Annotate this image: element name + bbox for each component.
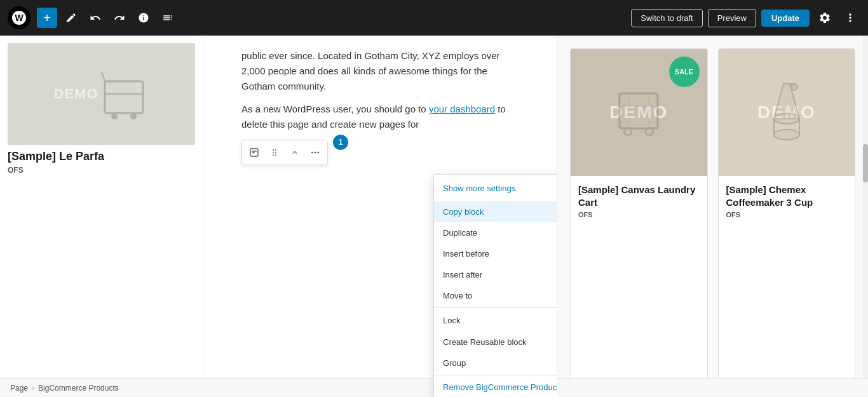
left-products-panel: DEMO [Sample] Le Parfa OFS <box>0 36 203 397</box>
left-product-image: DEMO <box>8 43 195 145</box>
copy-block-label: Copy block <box>443 207 484 217</box>
info-button[interactable] <box>133 8 154 28</box>
main-toolbar: W + Switch to draft Preview Update <box>0 0 868 36</box>
svg-point-16 <box>317 152 319 154</box>
group-label: Group <box>443 358 466 368</box>
editor-area: DEMO [Sample] Le Parfa OFS public ever s… <box>0 36 868 397</box>
svg-point-24 <box>774 114 799 124</box>
svg-point-1 <box>111 113 118 119</box>
context-menu: Show more settings Ctrl+Shift+, 2 Copy b… <box>433 174 557 397</box>
left-demo-watermark: DEMO <box>54 86 98 102</box>
outline-button[interactable] <box>158 8 178 28</box>
block-more-options-button[interactable] <box>306 143 325 162</box>
svg-point-8 <box>273 149 274 151</box>
breadcrumb-separator: › <box>32 384 34 393</box>
add-block-button[interactable]: + <box>37 8 57 28</box>
block-toolbar-wrapper: 1 <box>241 140 328 170</box>
right-products-panel: DEMO SALE [Sample] Canvas Laundry Cart O… <box>557 36 868 397</box>
toolbar-right: Switch to draft Preview Update <box>631 8 860 28</box>
svg-point-9 <box>275 149 276 151</box>
move-up-button[interactable] <box>285 143 304 162</box>
create-reusable-label: Create Reusable block <box>443 337 527 347</box>
switch-to-draft-button[interactable]: Switch to draft <box>631 9 702 27</box>
svg-point-25 <box>774 130 799 140</box>
menu-insert-before[interactable]: Insert before Ctrl+Alt+T <box>434 243 557 264</box>
menu-copy-block[interactable]: Copy block <box>434 201 557 222</box>
svg-point-14 <box>311 152 313 154</box>
svg-point-13 <box>275 154 276 156</box>
left-product-price: OFS <box>8 166 195 175</box>
svg-rect-0 <box>105 81 143 113</box>
svg-rect-7 <box>252 152 255 153</box>
show-more-settings-label[interactable]: Show more settings <box>443 184 515 193</box>
svg-point-15 <box>315 152 316 154</box>
lock-label: Lock <box>443 316 460 325</box>
scrollbar-track <box>863 36 868 397</box>
wp-logo-inner: W <box>12 11 26 25</box>
svg-point-12 <box>273 154 274 156</box>
product-card-1[interactable]: DEMO SALE [Sample] Canvas Laundry Cart O… <box>570 48 708 384</box>
menu-divider-2 <box>434 375 557 375</box>
svg-rect-17 <box>620 93 658 128</box>
settings-gear-button[interactable] <box>815 8 835 28</box>
sale-badge: SALE <box>669 57 700 87</box>
product-info-1: [Sample] Canvas Laundry Cart OFS <box>571 176 707 226</box>
menu-divider-1 <box>434 307 557 308</box>
block-type-button[interactable] <box>245 143 264 162</box>
menu-move-to[interactable]: Move to <box>434 285 557 306</box>
svg-line-4 <box>102 72 105 81</box>
insert-before-label: Insert before <box>443 249 489 259</box>
svg-point-11 <box>275 152 276 153</box>
scrollbar-thumb[interactable] <box>863 144 868 182</box>
menu-show-more-settings[interactable]: Show more settings Ctrl+Shift+, 2 <box>434 175 557 201</box>
toolbar-left: W + <box>8 6 178 29</box>
menu-remove[interactable]: Remove BigCommerce Products Shift+Alt+Z <box>434 377 557 397</box>
product-name-1: [Sample] Canvas Laundry Cart <box>578 184 700 208</box>
product-price-2: OFS <box>726 211 848 219</box>
svg-point-2 <box>130 113 137 119</box>
left-product-name: [Sample] Le Parfa <box>8 150 195 163</box>
product-name-2: [Sample] Chemex Coffeemaker 3 Cup <box>726 184 848 208</box>
dashboard-link[interactable]: your dashboard <box>429 104 495 114</box>
breadcrumb-page[interactable]: Page <box>10 384 28 393</box>
product-info-2: [Sample] Chemex Coffeemaker 3 Cup OFS <box>719 176 855 226</box>
remove-label: Remove BigCommerce Products <box>443 382 557 392</box>
duplicate-label: Duplicate <box>443 228 477 238</box>
more-options-button[interactable] <box>840 8 860 28</box>
content-area: public ever since. Located in Gotham Cit… <box>203 36 557 397</box>
drag-handle-button[interactable] <box>265 143 284 162</box>
svg-point-10 <box>273 152 274 153</box>
undo-button[interactable] <box>85 8 105 28</box>
editor-paragraph-2: As a new WordPress user, you should go t… <box>241 102 519 132</box>
insert-after-label: Insert after <box>443 270 482 279</box>
block-toolbar <box>241 140 328 165</box>
menu-group[interactable]: Group <box>434 353 557 373</box>
menu-duplicate[interactable]: Duplicate Ctrl+Shift+D <box>434 222 557 243</box>
wordpress-logo[interactable]: W <box>8 6 31 29</box>
menu-lock[interactable]: Lock 🔒 <box>434 309 557 331</box>
left-card-area: DEMO [Sample] Le Parfa OFS <box>0 36 203 182</box>
redo-button[interactable] <box>109 8 130 28</box>
update-button[interactable]: Update <box>761 10 810 27</box>
product-image-2: DEMO <box>719 49 855 176</box>
edit-icon-button[interactable] <box>61 8 81 28</box>
editor-paragraph-1[interactable]: public ever since. Located in Gotham Cit… <box>241 48 519 94</box>
breadcrumb-item[interactable]: BigCommerce Products <box>38 384 119 393</box>
preview-button[interactable]: Preview <box>708 9 756 27</box>
svg-point-29 <box>791 84 797 90</box>
product-card-2[interactable]: DEMO [Sample] Chemex Coffeemaker 3 Cup O… <box>718 48 856 384</box>
editor-text-before-link: As a new WordPress user, you should go t… <box>241 104 429 114</box>
step-badge-1: 1 <box>333 135 348 150</box>
product-image-1: DEMO SALE <box>571 49 707 176</box>
menu-insert-after[interactable]: Insert after Ctrl+Alt+Y <box>434 264 557 285</box>
move-to-label: Move to <box>443 291 472 300</box>
svg-rect-6 <box>252 151 257 151</box>
product-price-1: OFS <box>578 211 700 219</box>
menu-create-reusable[interactable]: Create Reusable block ◇ <box>434 331 557 353</box>
